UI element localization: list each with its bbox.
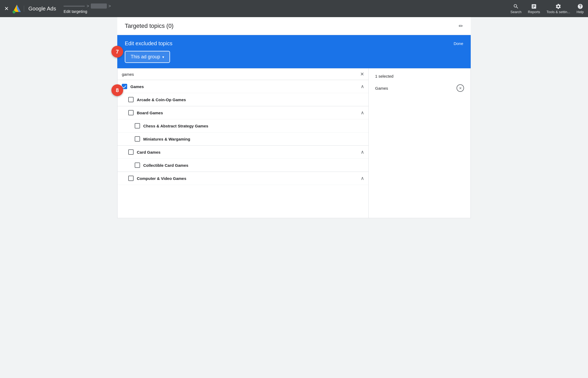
topic-label-chess: Chess & Abstract Strategy Games <box>143 124 364 128</box>
edit-excluded-topics-panel: Edit excluded topics Done This ad group … <box>117 35 471 68</box>
checkbox-arcade[interactable] <box>128 97 134 102</box>
topic-label-card-games: Card Games <box>137 150 357 154</box>
topic-label-miniatures: Miniatures & Wargaming <box>143 137 364 141</box>
reports-icon <box>531 3 537 9</box>
reports-action[interactable]: Reports <box>528 3 540 14</box>
help-label: Help <box>576 10 584 14</box>
topic-item-collectible[interactable]: Collectible Card Games <box>118 159 368 172</box>
breadcrumb-separator2: > <box>108 4 111 9</box>
chevron-games[interactable]: ∧ <box>361 84 364 89</box>
selected-item-label-games: Games <box>375 86 388 90</box>
checkbox-chess[interactable] <box>135 123 140 128</box>
targeted-topics-title: Targeted topics (0) <box>125 22 174 29</box>
selected-item-games: Games <box>375 83 464 93</box>
tools-icon <box>555 3 561 9</box>
search-clear-icon[interactable]: ✕ <box>360 72 364 77</box>
edit-excluded-topics-title: Edit excluded topics <box>125 40 172 47</box>
topic-label-collectible: Collectible Card Games <box>143 163 364 168</box>
step-8-badge: 8 <box>111 84 123 96</box>
topics-area-wrapper: 8 ✕ Games ∧ <box>117 68 471 218</box>
top-actions: Search Reports Tools & settin... Help <box>510 3 584 14</box>
checkbox-board-games[interactable] <box>128 110 134 115</box>
page-title: Edit targeting <box>63 9 111 14</box>
checkbox-collectible[interactable] <box>135 162 140 168</box>
brand-name: Google Ads <box>24 6 56 12</box>
close-button[interactable]: ✕ <box>4 5 9 12</box>
topics-left-panel: ✕ Games ∧ Arcade & Coin-Op Games <box>118 69 369 218</box>
google-ads-logo: Google Ads <box>12 4 56 13</box>
checkbox-card-games[interactable] <box>128 149 134 155</box>
remove-games-button[interactable] <box>457 84 464 92</box>
topics-right-panel: 1 selected Games <box>369 69 470 218</box>
top-navigation: ✕ Google Ads > ‌ > Edit targeting Search <box>0 0 588 17</box>
chevron-computer-video[interactable]: ∧ <box>361 176 364 181</box>
search-bar: ✕ <box>118 69 368 80</box>
topic-item-games[interactable]: Games ∧ <box>118 80 368 93</box>
topic-list: Games ∧ Arcade & Coin-Op Games Board Gam… <box>118 80 368 218</box>
reports-label: Reports <box>528 10 540 14</box>
help-action[interactable]: Help <box>576 3 584 14</box>
chevron-board-games[interactable]: ∧ <box>361 110 364 115</box>
checkbox-miniatures[interactable] <box>135 136 140 142</box>
breadcrumb-separator: > <box>86 4 89 9</box>
topic-item-chess[interactable]: Chess & Abstract Strategy Games <box>118 119 368 133</box>
edit-pencil-icon[interactable]: ✏ <box>459 23 463 29</box>
topic-label-computer-video: Computer & Video Games <box>137 176 357 181</box>
tools-label: Tools & settin... <box>546 10 570 14</box>
topic-item-card-games[interactable]: Card Games ∧ <box>118 146 368 159</box>
chevron-down-icon: ▾ <box>162 55 164 59</box>
topic-label-games: Games <box>130 84 357 89</box>
search-icon <box>513 3 519 9</box>
checkbox-computer-video[interactable] <box>128 176 134 181</box>
topic-item-board-games[interactable]: Board Games ∧ <box>118 106 368 119</box>
topic-label-board-games: Board Games <box>137 111 357 115</box>
topic-label-arcade: Arcade & Coin-Op Games <box>137 97 364 102</box>
ad-group-selector[interactable]: This ad group ▾ <box>125 51 463 63</box>
logo-icon <box>12 4 22 13</box>
chevron-card-games[interactable]: ∧ <box>361 150 364 154</box>
done-button[interactable]: Done <box>454 41 463 46</box>
step-7-badge: 7 <box>111 46 123 58</box>
selected-count: 1 selected <box>375 74 464 78</box>
breadcrumb-item[interactable]: ‌ <box>91 3 107 9</box>
edit-panel-header: Edit excluded topics Done <box>125 40 463 47</box>
search-input[interactable] <box>122 72 358 77</box>
ad-group-label: This ad group <box>131 54 160 60</box>
edit-panel-wrapper: 7 Edit excluded topics Done This ad grou… <box>117 35 471 68</box>
topic-item-miniatures[interactable]: Miniatures & Wargaming <box>118 133 368 146</box>
svg-point-2 <box>13 10 16 13</box>
search-label: Search <box>510 10 521 14</box>
breadcrumb-area: > ‌ > Edit targeting <box>63 3 111 14</box>
search-action[interactable]: Search <box>510 3 521 14</box>
topics-area: ✕ Games ∧ Arcade & Coin-Op Games <box>117 68 471 218</box>
ad-group-button[interactable]: This ad group ▾ <box>125 51 170 63</box>
tools-action[interactable]: Tools & settin... <box>546 3 570 14</box>
topic-item-arcade[interactable]: Arcade & Coin-Op Games <box>118 93 368 106</box>
topic-item-computer-video[interactable]: Computer & Video Games ∧ <box>118 172 368 185</box>
breadcrumb-campaign-blurred <box>63 6 85 7</box>
targeted-topics-bar: Targeted topics (0) ✏ <box>117 17 471 35</box>
help-icon <box>577 3 583 9</box>
